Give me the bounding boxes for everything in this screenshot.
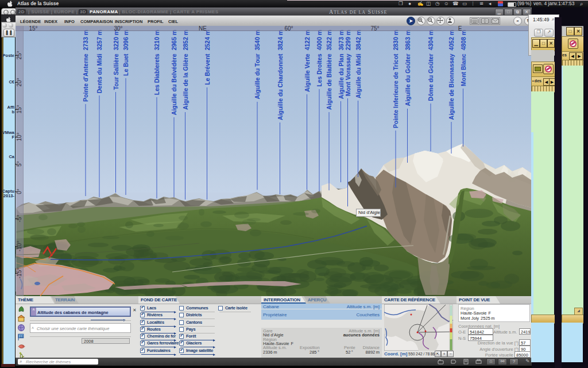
svg-text:Les Diablerets 3210 m: Les Diablerets 3210 m <box>153 30 160 95</box>
svg-text:Le Brévent 2524 m: Le Brévent 2524 m <box>204 30 211 85</box>
svg-text:Dents du Midi 3257 m: Dents du Midi 3257 m <box>96 30 103 93</box>
svg-text:Aiguille du Belvédère 2965 m: Aiguille du Belvédère 2965 m <box>171 30 177 115</box>
svg-text:Pointe Inferieure de Tricot 2: Pointe Inferieure de Tricot 2830 m <box>392 30 399 128</box>
svg-text:Aiguille du Chardonnet 3824 m: Aiguille du Chardonnet 3824 m <box>277 30 284 120</box>
svg-text:Dôme du Goûter 4304 m: Dôme du Goûter 4304 m <box>427 30 434 101</box>
svg-text:Tour Sallière 3220 m: Tour Sallière 3220 m <box>113 30 119 90</box>
svg-text:Pointe d'Anterne 2733 m: Pointe d'Anterne 2733 m <box>82 30 89 102</box>
svg-text:Aiguille du Plan 3673 m: Aiguille du Plan 3673 m <box>338 30 345 99</box>
svg-text:Mont Vorassay 2299 m: Mont Vorassay 2299 m <box>345 30 351 96</box>
svg-text:Le Buet 3096 m: Le Buet 3096 m <box>122 30 129 76</box>
svg-text:Aiguille du Midi 3842 m: Aiguille du Midi 3842 m <box>355 30 362 98</box>
svg-text:Aiguille du Goûter 3863 m: Aiguille du Goûter 3863 m <box>404 30 411 106</box>
svg-text:Aiguille de la Glière 2852 m: Aiguille de la Glière 2852 m <box>182 30 189 110</box>
svg-text:Aiguille du Tour 3540 m: Aiguille du Tour 3540 m <box>254 30 261 99</box>
svg-text:Aiguille Verte 4122 m: Aiguille Verte 4122 m <box>304 30 311 92</box>
svg-text:Aiguille de Bionnassay 4052 m: Aiguille de Bionnassay 4052 m <box>448 30 455 120</box>
svg-text:Les Droites 4000 m: Les Droites 4000 m <box>316 30 323 87</box>
svg-text:Mont Blanc 4808 m: Mont Blanc 4808 m <box>460 30 467 86</box>
svg-text:Aiguille de Blaitière 3522 m: Aiguille de Blaitière 3522 m <box>326 30 332 110</box>
svg-text:13: 13 <box>20 335 23 338</box>
